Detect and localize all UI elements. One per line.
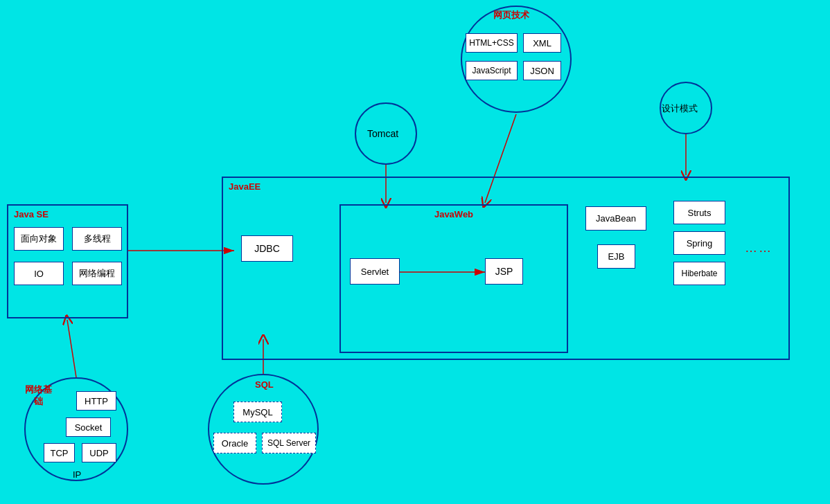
network-circle-label: 网络基础 xyxy=(24,384,52,408)
sql-server-box: SQL Server xyxy=(262,433,316,453)
design-mode-label: 设计模式 xyxy=(662,102,698,115)
javabean-box: JavaBean xyxy=(585,206,646,231)
sql-circle xyxy=(208,374,319,485)
hibernate-box: Hiberbate xyxy=(673,262,725,285)
html-css-box: HTML+CSS xyxy=(466,33,518,53)
diagram-container: 网页技术 HTML+CSS XML JavaScript JSON Tomcat… xyxy=(0,0,830,504)
tomcat-label: Tomcat xyxy=(367,128,398,139)
oop-box: 面向对象 xyxy=(14,227,64,251)
web-tech-circle xyxy=(461,6,572,113)
io-box: IO xyxy=(14,262,64,285)
servlet-box: Servlet xyxy=(350,258,400,285)
sql-circle-label: SQL xyxy=(255,379,274,390)
network-prog-box: 网络编程 xyxy=(72,262,122,285)
mysql-box: MySQL xyxy=(233,402,282,422)
ip-label: IP xyxy=(73,469,81,480)
xml-box: XML xyxy=(523,33,561,53)
udp-box: UDP xyxy=(82,443,116,462)
javaweb-label: JavaWeb xyxy=(434,209,473,219)
javase-label: Java SE xyxy=(14,209,48,219)
spring-box: Spring xyxy=(673,231,725,255)
multithread-box: 多线程 xyxy=(72,227,122,251)
svg-line-3 xyxy=(67,320,76,377)
web-tech-label: 网页技术 xyxy=(493,9,529,21)
struts-box: Struts xyxy=(673,201,725,224)
json-box: JSON xyxy=(523,61,561,80)
ellipsis-label: …… xyxy=(745,241,772,255)
oracle-box: Oracle xyxy=(213,433,256,453)
jdbc-box: JDBC xyxy=(241,235,293,262)
javaee-label: JavaEE xyxy=(229,181,261,192)
socket-box: Socket xyxy=(66,417,111,437)
javascript-box: JavaScript xyxy=(466,61,518,80)
http-box: HTTP xyxy=(76,391,116,411)
jsp-box: JSP xyxy=(485,258,523,285)
ejb-box: EJB xyxy=(597,244,635,269)
tcp-box: TCP xyxy=(44,443,75,462)
